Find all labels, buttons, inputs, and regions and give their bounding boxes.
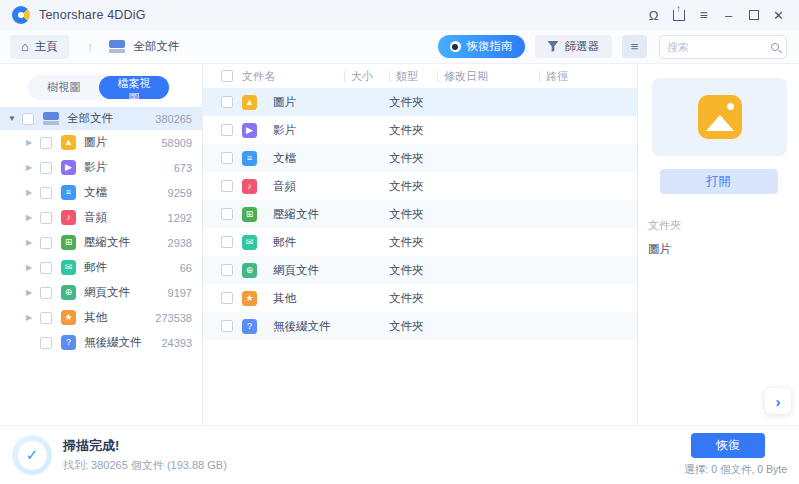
tree-item-web[interactable]: ▶⊕網頁文件9197 xyxy=(0,280,202,305)
row-name-cell: ★其他 xyxy=(233,291,344,306)
expand-arrow-icon[interactable]: ▶ xyxy=(26,188,40,197)
other-icon: ★ xyxy=(61,310,76,325)
tree-root-label: 全部文件 xyxy=(67,111,113,126)
tree-item-count: 673 xyxy=(174,162,202,174)
table-row[interactable]: ★其他文件夾 xyxy=(203,284,637,312)
home-button[interactable]: ⌂ 主頁 xyxy=(10,35,69,59)
row-checkbox[interactable] xyxy=(221,292,233,304)
tree-item-count: 9197 xyxy=(168,287,202,299)
column-header-type[interactable]: 類型 xyxy=(389,64,437,88)
no-extension-icon: ? xyxy=(61,335,76,350)
video-icon: ▶ xyxy=(61,160,76,175)
expand-arrow-icon[interactable]: ▶ xyxy=(26,313,40,322)
column-header-path[interactable]: 路徑 xyxy=(539,64,637,88)
row-checkbox[interactable] xyxy=(221,124,233,136)
column-header-size[interactable]: 大小 xyxy=(344,64,389,88)
row-type: 文件夾 xyxy=(389,179,437,194)
select-all-checkbox[interactable] xyxy=(221,70,233,82)
tree-item-checkbox[interactable] xyxy=(40,237,52,249)
maximize-button[interactable] xyxy=(741,0,766,30)
tree-item-mail[interactable]: ▶✉郵件66 xyxy=(0,255,202,280)
row-checkbox-cell xyxy=(203,96,233,108)
table-row[interactable]: ▲圖片文件夾 xyxy=(203,88,637,116)
row-checkbox[interactable] xyxy=(221,180,233,192)
open-button[interactable]: 打開 xyxy=(660,169,778,194)
mail-icon: ✉ xyxy=(242,235,257,250)
menu-icon[interactable]: ≡ xyxy=(691,0,716,30)
titlebar: Tenorshare 4DDiG Ω ≡ – ✕ xyxy=(0,0,799,30)
row-checkbox[interactable] xyxy=(221,236,233,248)
minimize-button[interactable]: – xyxy=(716,0,741,30)
sidebar: 樹視圖 檔案視圖 ▼ 全部文件 380265 ▶▲圖片58909▶▶影片673▶… xyxy=(0,64,203,425)
row-checkbox-cell xyxy=(203,208,233,220)
view-mode-button[interactable]: ≡ xyxy=(622,35,647,58)
expand-arrow-icon[interactable]: ▶ xyxy=(26,213,40,222)
tree-item-checkbox[interactable] xyxy=(40,287,52,299)
tree-item-checkbox[interactable] xyxy=(40,137,52,149)
tree-item-no-extension[interactable]: ?無後綴文件24393 xyxy=(0,330,202,355)
table-row[interactable]: ⊞壓縮文件文件夾 xyxy=(203,200,637,228)
tree-item-checkbox[interactable] xyxy=(40,187,52,199)
drive-icon xyxy=(109,40,125,53)
expand-arrow-icon[interactable]: ▶ xyxy=(26,288,40,297)
root-checkbox[interactable] xyxy=(22,113,34,125)
share-icon[interactable] xyxy=(666,0,691,30)
column-header-name[interactable]: 文件名 xyxy=(233,64,344,88)
document-icon: ≡ xyxy=(242,151,257,166)
tree-root-all-files[interactable]: ▼ 全部文件 380265 xyxy=(0,107,202,130)
row-checkbox[interactable] xyxy=(221,208,233,220)
recovery-guide-button[interactable]: 恢復指南 xyxy=(438,35,525,58)
close-button[interactable]: ✕ xyxy=(766,0,791,30)
image-preview-icon xyxy=(698,95,742,139)
tree-item-count: 1292 xyxy=(168,212,202,224)
column-header-date[interactable]: 修改日期 xyxy=(437,64,539,88)
tree-item-checkbox[interactable] xyxy=(40,312,52,324)
tree-item-checkbox[interactable] xyxy=(40,162,52,174)
row-name-cell: ?無後綴文件 xyxy=(233,319,344,334)
row-checkbox[interactable] xyxy=(221,152,233,164)
filter-button[interactable]: 篩選器 xyxy=(535,35,613,58)
expand-arrow-icon[interactable]: ▶ xyxy=(26,238,40,247)
tab-file-view[interactable]: 檔案視圖 xyxy=(99,76,169,99)
scan-status-subtitle: 找到: 380265 個文件 (193.88 GB) xyxy=(63,458,227,473)
tree-item-checkbox[interactable] xyxy=(40,262,52,274)
expand-arrow-icon[interactable]: ▶ xyxy=(26,163,40,172)
row-checkbox[interactable] xyxy=(221,320,233,332)
up-level-icon[interactable]: ↑ xyxy=(87,39,94,54)
tree-items: ▶▲圖片58909▶▶影片673▶≡文檔9259▶♪音頻1292▶⊞壓縮文件29… xyxy=(0,130,202,355)
support-headset-icon[interactable]: Ω xyxy=(641,0,666,30)
row-file-name: 網頁文件 xyxy=(273,263,319,278)
tree-item-video[interactable]: ▶▶影片673 xyxy=(0,155,202,180)
row-checkbox[interactable] xyxy=(221,264,233,276)
tree-item-other[interactable]: ▶★其他273538 xyxy=(0,305,202,330)
tree-item-document[interactable]: ▶≡文檔9259 xyxy=(0,180,202,205)
row-type: 文件夾 xyxy=(389,319,437,334)
tree-item-archive[interactable]: ▶⊞壓縮文件2938 xyxy=(0,230,202,255)
table-row[interactable]: ⊕網頁文件文件夾 xyxy=(203,256,637,284)
row-name-cell: ✉郵件 xyxy=(233,235,344,250)
row-type: 文件夾 xyxy=(389,95,437,110)
next-page-button[interactable]: › xyxy=(765,388,791,414)
table-row[interactable]: ♪音頻文件夾 xyxy=(203,172,637,200)
audio-icon: ♪ xyxy=(242,179,257,194)
row-type: 文件夾 xyxy=(389,207,437,222)
table-row[interactable]: ▶影片文件夾 xyxy=(203,116,637,144)
row-checkbox-cell xyxy=(203,152,233,164)
table-row[interactable]: ?無後綴文件文件夾 xyxy=(203,312,637,340)
tab-tree-view[interactable]: 樹視圖 xyxy=(29,76,99,99)
picture-icon: ▲ xyxy=(242,95,257,110)
tree-item-checkbox[interactable] xyxy=(40,212,52,224)
row-checkbox[interactable] xyxy=(221,96,233,108)
expand-arrow-icon[interactable]: ▶ xyxy=(26,263,40,272)
tree-item-picture[interactable]: ▶▲圖片58909 xyxy=(0,130,202,155)
row-type: 文件夾 xyxy=(389,291,437,306)
table-row[interactable]: ✉郵件文件夾 xyxy=(203,228,637,256)
table-row[interactable]: ≡文檔文件夾 xyxy=(203,144,637,172)
expand-arrow-icon[interactable]: ▼ xyxy=(8,114,22,123)
search-input[interactable] xyxy=(667,41,771,53)
search-icon[interactable] xyxy=(771,43,779,51)
recover-button[interactable]: 恢復 xyxy=(691,433,765,458)
expand-arrow-icon[interactable]: ▶ xyxy=(26,138,40,147)
tree-item-checkbox[interactable] xyxy=(40,337,52,349)
tree-item-audio[interactable]: ▶♪音頻1292 xyxy=(0,205,202,230)
